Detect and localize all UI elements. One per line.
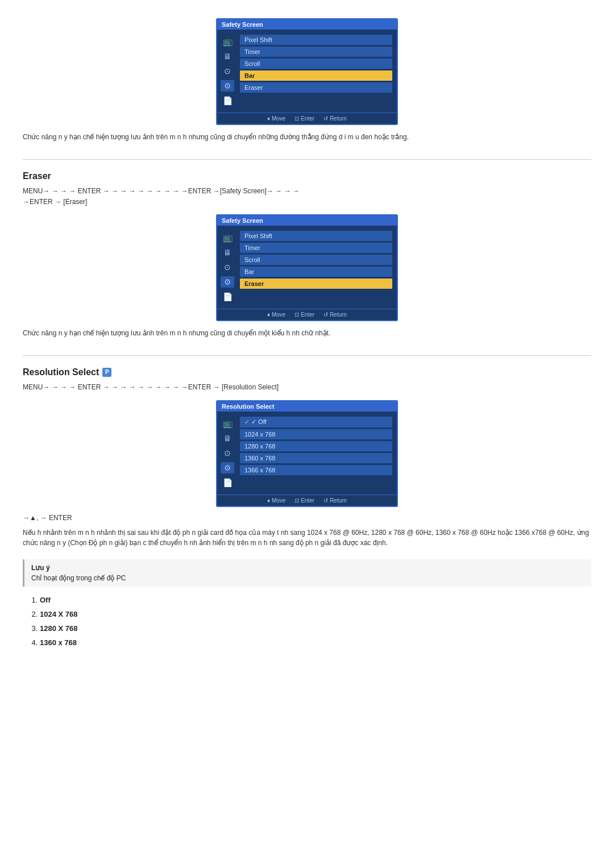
- sidebar-tv-icon: 📺: [221, 36, 234, 47]
- eraser-sidebar-tv: 📺: [221, 232, 234, 243]
- resolution-numbered-list: Off 1024 X 768 1280 X 768 1360 x 768: [40, 596, 591, 647]
- resolution-menu-path: MENU→ → → → ENTER → → → → → → → → → →ENT…: [23, 382, 591, 393]
- bar-section: Safety Screen 📺 🖥 ⊙ ⚙ 📄 Pixel Shift Time…: [23, 18, 591, 142]
- bar-sidebar: 📺 🖥 ⊙ ⚙ 📄: [217, 32, 238, 110]
- resolution-sidebar: 📺 🖥 ⊙ ⚙ 📄: [217, 414, 238, 492]
- eraser-menu-content: Pixel Shift Timer Scroll Bar Eraser: [238, 229, 397, 306]
- resolution-sidebar-circle: ⊙: [221, 447, 234, 459]
- bar-menu-scroll[interactable]: Scroll: [240, 59, 392, 69]
- eraser-sidebar-circle: ⊙: [221, 261, 234, 273]
- sidebar-monitor-icon: 🖥: [221, 51, 234, 62]
- resolution-footer-return: ↺ Return: [323, 497, 347, 504]
- eraser-footer-enter: ⊡ Enter: [294, 312, 314, 318]
- sidebar-circle-icon: ⊙: [221, 65, 234, 77]
- bar-menu-eraser[interactable]: Eraser: [240, 82, 392, 93]
- resolution-menu-1360[interactable]: 1360 x 768: [240, 453, 392, 463]
- bar-menu-pixel-shift[interactable]: Pixel Shift: [240, 35, 392, 45]
- list-item-4-label: 1360 x 768: [40, 638, 77, 647]
- eraser-menu-bar[interactable]: Bar: [240, 267, 392, 277]
- bar-screen-footer: ♦ Move ⊡ Enter ↺ Return: [217, 113, 397, 124]
- resolution-footer-enter: ⊡ Enter: [294, 497, 314, 504]
- eraser-menu-pixel-shift[interactable]: Pixel Shift: [240, 231, 392, 241]
- resolution-note-text: Chỉ hoạt động trong chế độ PC: [31, 574, 584, 582]
- eraser-screen-body: 📺 🖥 ⊙ ⚙ 📄 Pixel Shift Timer Scroll Bar E…: [217, 226, 397, 309]
- resolution-menu-1280[interactable]: 1280 x 768: [240, 441, 392, 451]
- resolution-screen-mockup: Resolution Select 📺 🖥 ⊙ ⚙ 📄 ✓ Off 1024 x…: [216, 400, 398, 507]
- eraser-menu-eraser[interactable]: Eraser: [240, 279, 392, 289]
- resolution-note-label: Lưu ý: [31, 564, 584, 572]
- resolution-screen-title: Resolution Select: [222, 403, 274, 410]
- resolution-menu-content: ✓ Off 1024 x 768 1280 x 768 1360 x 768 1…: [238, 414, 397, 492]
- eraser-sidebar-doc: 📄: [221, 291, 234, 302]
- resolution-menu-off[interactable]: ✓ Off: [240, 417, 392, 427]
- resolution-icon-badge: P: [102, 368, 111, 377]
- eraser-path-2: → → → → → → → → →ENTER →[Safety Screen]→…: [111, 187, 300, 195]
- bar-footer-enter: ⊡ Enter: [294, 115, 314, 122]
- eraser-title: Eraser: [23, 171, 51, 181]
- bar-screen-wrapper: Safety Screen 📺 🖥 ⊙ ⚙ 📄 Pixel Shift Time…: [23, 18, 591, 125]
- eraser-menu-scroll[interactable]: Scroll: [240, 255, 392, 265]
- eraser-screen-wrapper: Safety Screen 📺 🖥 ⊙ ⚙ 📄 Pixel Shift Time…: [23, 214, 591, 321]
- eraser-description: Chức năng n y hạn chế hiện tượng lưu ảnh…: [23, 328, 591, 338]
- list-item-2-label: 1024 X 768: [40, 610, 78, 618]
- resolution-title-row: Resolution Select P: [23, 367, 591, 377]
- eraser-screen-mockup: Safety Screen 📺 🖥 ⊙ ⚙ 📄 Pixel Shift Time…: [216, 214, 398, 321]
- eraser-footer-return: ↺ Return: [323, 312, 347, 318]
- sidebar-gear-icon: ⚙: [221, 80, 234, 92]
- eraser-sidebar-gear: ⚙: [221, 276, 234, 288]
- eraser-path-1: MENU→ → → → ENTER →: [23, 187, 110, 195]
- resolution-path-2: → → → → → → → → →ENTER → [Resolution Sel…: [111, 383, 279, 391]
- resolution-screen-wrapper: Resolution Select 📺 🖥 ⊙ ⚙ 📄 ✓ Off 1024 x…: [23, 400, 591, 507]
- bar-screen-mockup: Safety Screen 📺 🖥 ⊙ ⚙ 📄 Pixel Shift Time…: [216, 18, 398, 125]
- list-item-4: 1360 x 768: [40, 638, 591, 647]
- eraser-screen-header: Safety Screen: [217, 215, 397, 226]
- eraser-menu-timer[interactable]: Timer: [240, 243, 392, 253]
- eraser-screen-title: Safety Screen: [222, 217, 263, 224]
- sidebar-doc-icon: 📄: [221, 95, 234, 106]
- eraser-path-3: →ENTER → [Eraser]: [23, 198, 87, 206]
- resolution-footer-move: ♦ Move: [267, 497, 285, 504]
- resolution-sidebar-tv: 📺: [221, 418, 234, 429]
- bar-footer-move: ♦ Move: [267, 115, 285, 122]
- bar-description: Chức năng n y hạn chế hiện tượng lưu ảnh…: [23, 132, 591, 142]
- bar-screen-body: 📺 🖥 ⊙ ⚙ 📄 Pixel Shift Timer Scroll Bar E…: [217, 30, 397, 113]
- bar-menu-content: Pixel Shift Timer Scroll Bar Eraser: [238, 32, 397, 110]
- list-item-2: 1024 X 768: [40, 610, 591, 618]
- list-item-3: 1280 X 768: [40, 624, 591, 633]
- resolution-screen-header: Resolution Select: [217, 401, 397, 412]
- resolution-sidebar-doc: 📄: [221, 477, 234, 488]
- list-item-3-label: 1280 X 768: [40, 624, 78, 633]
- eraser-menu-path: MENU→ → → → ENTER → → → → → → → → → →ENT…: [23, 186, 591, 207]
- resolution-arrow-note: →▲, → ENTER: [23, 514, 591, 522]
- divider-2: [23, 355, 591, 356]
- resolution-path-1: MENU→ → → → ENTER →: [23, 383, 110, 391]
- resolution-note-box: Lưu ý Chỉ hoạt động trong chế độ PC: [23, 559, 591, 587]
- list-item-1-label: Off: [40, 596, 51, 604]
- resolution-menu-1366[interactable]: 1366 x 768: [240, 465, 392, 475]
- eraser-footer-move: ♦ Move: [267, 312, 285, 318]
- resolution-main-description: Nếu h nhảnh trên m n h nhảnh thị sai sau…: [23, 528, 591, 548]
- eraser-screen-footer: ♦ Move ⊡ Enter ↺ Return: [217, 309, 397, 320]
- resolution-title: Resolution Select: [23, 367, 99, 377]
- resolution-sidebar-gear: ⚙: [221, 462, 234, 474]
- eraser-title-row: Eraser: [23, 171, 591, 181]
- bar-menu-timer[interactable]: Timer: [240, 47, 392, 57]
- eraser-sidebar-monitor: 🖥: [221, 247, 234, 258]
- eraser-sidebar: 📺 🖥 ⊙ ⚙ 📄: [217, 229, 238, 306]
- bar-screen-title: Safety Screen: [222, 21, 263, 28]
- resolution-sidebar-monitor: 🖥: [221, 433, 234, 444]
- list-item-1: Off: [40, 596, 591, 604]
- bar-footer-return: ↺ Return: [323, 115, 347, 122]
- resolution-screen-body: 📺 🖥 ⊙ ⚙ 📄 ✓ Off 1024 x 768 1280 x 768 13…: [217, 412, 397, 495]
- resolution-menu-1024[interactable]: 1024 x 768: [240, 429, 392, 439]
- bar-menu-bar[interactable]: Bar: [240, 70, 392, 81]
- eraser-section: Eraser MENU→ → → → ENTER → → → → → → → →…: [23, 171, 591, 338]
- resolution-section: Resolution Select P MENU→ → → → ENTER → …: [23, 367, 591, 646]
- divider-1: [23, 159, 591, 160]
- resolution-screen-footer: ♦ Move ⊡ Enter ↺ Return: [217, 495, 397, 506]
- bar-screen-header: Safety Screen: [217, 19, 397, 30]
